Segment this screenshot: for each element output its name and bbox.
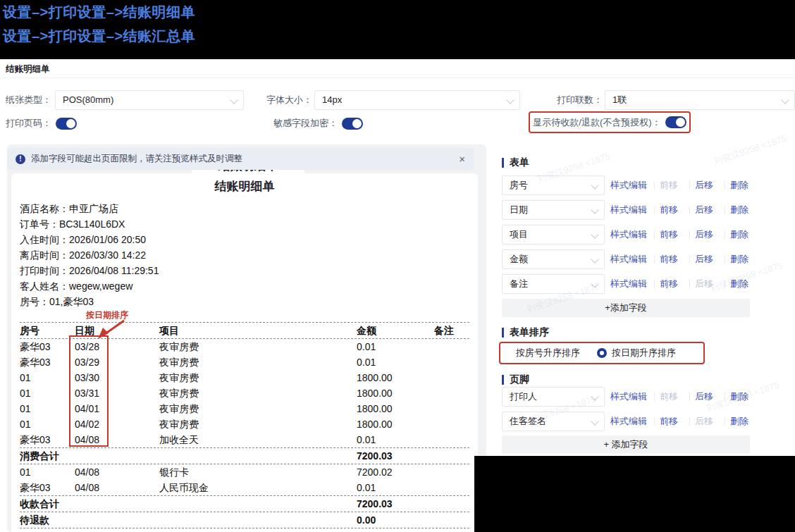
style-edit-link[interactable]: 样式编辑	[610, 175, 647, 195]
style-edit-link[interactable]: 样式编辑	[610, 412, 647, 431]
payment-row: 0104/08银行卡7200.02	[20, 464, 469, 480]
sort-by-date-option[interactable]: 按日期升序排序	[612, 347, 676, 359]
payment-row: 豪华0304/08人民币现金0.01	[20, 480, 469, 495]
delete-link[interactable]: 删除	[730, 200, 748, 220]
close-icon[interactable]: ×	[459, 154, 465, 164]
form-section-header: 表单	[502, 156, 529, 169]
info-icon: !	[16, 154, 25, 164]
pending-refund-toggle[interactable]	[665, 116, 686, 128]
print-page-number-setting: 打印页码：	[6, 113, 77, 134]
chevron-down-icon	[591, 181, 598, 189]
receipt-print-time: 打印时间：2026/04/08 11:29:51	[20, 263, 469, 278]
chevron-down-icon	[591, 392, 598, 400]
move-forward-link[interactable]: 前移	[660, 200, 678, 220]
style-edit-link[interactable]: 样式编辑	[610, 274, 647, 294]
refund-value: 0.00	[357, 512, 434, 528]
consume-total-row: 消费合计 7200.03	[20, 448, 469, 464]
pending-refund-label: 显示待收款/退款(不含预授权)：	[533, 116, 660, 129]
receipt-paper: 结账明细单 酒店名称：申亚广场店 订单号：BC3L140L6DX 入住时间：20…	[11, 173, 478, 532]
print-page-number-toggle[interactable]	[56, 118, 77, 130]
breadcrumb: 设置–>打印设置–>结账明细单 设置–>打印设置–>结账汇总单	[3, 0, 195, 48]
delete-link[interactable]: 删除	[730, 249, 748, 269]
radio-selected-icon[interactable]	[597, 348, 607, 358]
style-edit-link[interactable]: 样式编辑	[610, 225, 647, 245]
paper-type-select[interactable]: POS(80mm)	[55, 90, 244, 110]
chevron-down-icon	[781, 96, 789, 104]
chevron-down-icon	[506, 96, 514, 104]
receipt-info-block: 酒店名称：申亚广场店 订单号：BC3L140L6DX 入住时间：2026/01/…	[20, 201, 469, 309]
field-select[interactable]: 打印人	[502, 387, 605, 407]
field-row-printer: 打印人 样式编辑 前移 后移 删除	[493, 387, 778, 407]
move-forward-link[interactable]: 前移	[660, 225, 678, 245]
annotation-row: 按日期排序	[20, 309, 469, 322]
receipt-guest-name: 客人姓名：wegew,wegew	[20, 278, 469, 294]
move-backward-link[interactable]: 后移	[695, 387, 713, 407]
chevron-down-icon	[230, 96, 238, 104]
field-row-remark: 备注 样式编辑 前移 后移 删除	[493, 274, 778, 294]
toggle-knob	[352, 119, 362, 128]
delete-link[interactable]: 删除	[730, 412, 748, 431]
field-row-date: 日期 样式编辑 前移 后移 删除	[493, 200, 778, 220]
breadcrumb-line-2: 设置–>打印设置–>结账汇总单	[3, 24, 195, 48]
receipt-order-no: 订单号：BC3L140L6DX	[20, 216, 469, 232]
move-forward-link[interactable]: 前移	[660, 274, 678, 294]
field-select[interactable]: 项目	[502, 225, 605, 245]
receipt-title: 结账明细单	[11, 173, 478, 195]
sensitive-encrypt-toggle[interactable]	[342, 118, 363, 130]
move-backward-link[interactable]: 后移	[695, 175, 713, 195]
style-edit-link[interactable]: 样式编辑	[610, 387, 647, 407]
chevron-down-icon	[591, 255, 598, 263]
section-bar	[502, 328, 504, 338]
receipt-checkin-time: 入住时间：2026/01/06 20:50	[20, 232, 469, 247]
alert-banner: ! 添加字段可能超出页面限制，请关注预览样式及时调整 ×	[7, 148, 474, 170]
move-backward-link[interactable]: 后移	[695, 249, 713, 269]
field-row-room: 房号 样式编辑 前移 后移 删除	[493, 175, 778, 195]
copies-select[interactable]: 1联	[605, 90, 795, 110]
refund-label: 待退款	[20, 512, 357, 528]
tab-checkout-detail[interactable]: 结账明细单	[3, 62, 53, 77]
refund-row: 待退款 0.00	[20, 512, 469, 528]
copies-value: 1联	[612, 94, 627, 105]
field-select[interactable]: 金额	[502, 249, 605, 269]
pending-refund-setting-highlight: 显示待收款/退款(不含预授权)：	[529, 111, 691, 133]
field-select[interactable]: 日期	[502, 200, 605, 220]
chevron-down-icon	[591, 230, 598, 238]
section-bar	[502, 158, 504, 168]
move-forward-link[interactable]: 前移	[660, 412, 678, 431]
sort-section-header: 表单排序	[502, 326, 549, 339]
consume-total-value: 7200.03	[357, 448, 434, 464]
chevron-down-icon	[591, 417, 598, 425]
alert-text: 添加字段可能超出页面限制，请关注预览样式及时调整	[31, 153, 459, 165]
field-row-item: 项目 样式编辑 前移 后移 删除	[493, 225, 778, 245]
print-settings-window: 结账明细单 纸张类型： POS(80mm) 字体大小： 14px 打印联数： 1…	[0, 59, 795, 532]
receipt-preview-area: 结账明细单 ! 添加字段可能超出页面限制，请关注预览样式及时调整 × 结账明细单…	[7, 144, 486, 532]
date-column-highlight	[69, 335, 109, 447]
receipt-total-row: 收款合计 7200.03	[20, 496, 469, 512]
sort-by-room-option[interactable]: 按房号升序排序	[516, 347, 580, 359]
add-field-button-form[interactable]: +添加字段	[502, 299, 750, 317]
move-forward-link[interactable]: 前移	[660, 249, 678, 269]
style-edit-link[interactable]: 样式编辑	[610, 200, 647, 220]
annotation-arrow-icon	[94, 318, 127, 340]
receipt-total-label: 收款合计	[20, 496, 357, 512]
divider	[20, 528, 469, 528]
delete-link[interactable]: 删除	[730, 225, 748, 245]
delete-link[interactable]: 删除	[730, 274, 748, 294]
font-size-select[interactable]: 14px	[314, 90, 520, 110]
field-select[interactable]: 备注	[502, 274, 605, 294]
move-backward-link[interactable]: 后移	[695, 200, 713, 220]
field-select[interactable]: 房号	[502, 175, 605, 195]
font-size-value: 14px	[322, 94, 342, 105]
screenshot-crop-region	[474, 456, 795, 532]
delete-link[interactable]: 删除	[730, 387, 748, 407]
consume-total-label: 消费合计	[20, 448, 357, 464]
sort-options-highlight: 按房号升序排序 按日期升序排序	[499, 342, 705, 364]
style-edit-link[interactable]: 样式编辑	[610, 249, 647, 269]
toggle-knob	[676, 118, 685, 127]
delete-link[interactable]: 删除	[730, 175, 748, 195]
add-field-button-footer[interactable]: + 添加字段	[502, 435, 750, 454]
move-backward-link[interactable]: 后移	[695, 225, 713, 245]
paper-type-label: 纸张类型：	[6, 90, 51, 110]
move-forward-link: 前移	[660, 387, 678, 407]
field-select[interactable]: 住客签名	[502, 412, 605, 431]
